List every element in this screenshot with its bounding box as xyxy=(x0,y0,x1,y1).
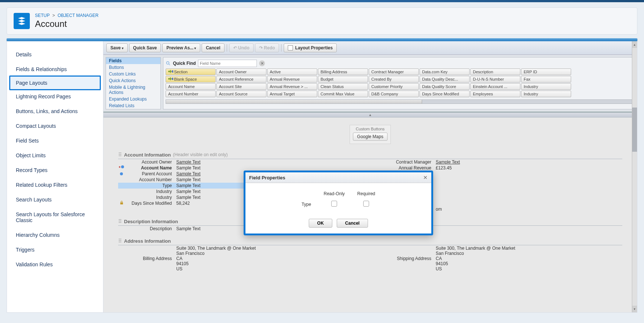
undo-button[interactable]: ↶ Undo xyxy=(229,43,254,52)
field-row-shipping-address[interactable]: Shipping AddressSuite 300, The Landmark … xyxy=(378,245,622,272)
palette-nav-fields[interactable]: Fields xyxy=(106,57,160,64)
field-value: Sample Text xyxy=(176,165,201,171)
scroll-down-icon[interactable]: ▾ xyxy=(632,306,637,312)
field-chip-account-source[interactable]: Account Source xyxy=(216,91,266,97)
scrollbar-thumb[interactable] xyxy=(166,100,422,103)
sidebar-item-buttons-links-and-actions[interactable]: Buttons, Links, and Actions xyxy=(7,104,103,119)
sidebar-item-fields-relationships[interactable]: Fields & Relationships xyxy=(7,62,103,77)
field-chip-erp-id[interactable]: ERP ID xyxy=(521,69,571,75)
field-row-account-owner[interactable]: Account OwnerSample Text xyxy=(118,159,363,165)
quick-save-button[interactable]: Quick Save xyxy=(129,43,161,52)
field-chip-active[interactable]: Active xyxy=(267,69,317,75)
sidebar-item-object-limits[interactable]: Object Limits xyxy=(7,148,103,163)
palette-nav-custom-links[interactable]: Custom Links xyxy=(106,71,160,77)
field-row-account-name[interactable]: *Account NameSample Text xyxy=(118,165,363,171)
field-row-annual-revenue[interactable]: Annual Revenue£123.45 xyxy=(378,165,622,171)
field-chip-blank-space[interactable]: Blank Space xyxy=(166,76,216,82)
field-label: Account Name xyxy=(125,165,176,171)
field-chip-annual-target[interactable]: Annual Target xyxy=(267,91,317,97)
field-chip-description[interactable]: Description xyxy=(470,69,520,75)
field-chip-billing-address[interactable]: Billing Address xyxy=(318,69,368,75)
drag-handle-icon[interactable]: ⠿ xyxy=(118,218,122,224)
palette-nav-quick-actions[interactable]: Quick Actions xyxy=(106,77,160,84)
field-chip-data-com-key[interactable]: Data.com Key xyxy=(420,69,470,75)
custom-button-google-maps[interactable]: Google Maps xyxy=(353,133,387,141)
scroll-up-icon[interactable]: ▴ xyxy=(632,41,637,48)
palette-horizontal-scrollbar[interactable] xyxy=(166,99,632,104)
sidebar-item-details[interactable]: Details xyxy=(7,47,103,62)
field-chip-d-b-company[interactable]: D&B Company xyxy=(369,91,419,97)
field-label: Contract Manager xyxy=(384,159,436,165)
field-chip-commit-max-value[interactable]: Commit Max Value xyxy=(318,91,368,97)
quick-find-clear-icon[interactable]: ✕ xyxy=(259,60,265,66)
drag-handle-icon[interactable]: ⠿ xyxy=(118,238,122,244)
palette-collapse-handle[interactable]: ▲ xyxy=(103,112,637,117)
sidebar-item-lightning-record-pages[interactable]: Lightning Record Pages xyxy=(7,89,103,104)
sidebar-item-validation-rules[interactable]: Validation Rules xyxy=(7,257,103,272)
section-title: Account Information xyxy=(124,152,171,158)
palette-nav-related-lists[interactable]: Related Lists xyxy=(106,102,160,109)
preview-as-button[interactable]: Preview As... xyxy=(162,43,200,52)
field-chip-industry[interactable]: Industry xyxy=(521,83,571,90)
palette-nav-buttons[interactable]: Buttons xyxy=(106,64,160,71)
field-label: Type xyxy=(125,183,176,188)
sidebar-item-search-layouts-for-salesforce-classic[interactable]: Search Layouts for Salesforce Classic xyxy=(7,207,103,228)
sidebar-item-page-layouts[interactable]: Page Layouts xyxy=(9,76,101,90)
field-label: Industry xyxy=(125,195,176,200)
field-chip-account-owner[interactable]: Account Owner xyxy=(216,69,266,75)
close-icon[interactable]: ✕ xyxy=(423,175,428,180)
field-label: Account Owner xyxy=(125,159,176,165)
field-chip-days-since-modified[interactable]: Days Since Modified xyxy=(420,91,470,97)
field-chip-account-number[interactable]: Account Number xyxy=(166,91,216,97)
save-button[interactable]: Save xyxy=(106,43,128,52)
field-chip-annual-revenue[interactable]: Annual Revenue xyxy=(267,76,317,82)
field-chip-created-by[interactable]: Created By xyxy=(369,76,419,82)
sidebar-item-related-lookup-filters[interactable]: Related Lookup Filters xyxy=(7,178,103,192)
field-row-contract-manager[interactable]: Contract ManagerSample Text xyxy=(378,159,622,165)
section-address-information: ⠿ Address Information Billing AddressSui… xyxy=(118,237,622,272)
scrollbar-thumb[interactable] xyxy=(632,108,637,152)
field-chip-contract-manager[interactable]: Contract Manager xyxy=(369,69,419,75)
layout-properties-button[interactable]: Layout Properties xyxy=(284,43,337,52)
palette-nav-expanded-lookups[interactable]: Expanded Lookups xyxy=(106,96,160,102)
field-chip-account-name[interactable]: Account Name xyxy=(166,83,216,90)
field-chip-employees[interactable]: Employees xyxy=(470,91,520,97)
redo-button[interactable]: ↷ Redo xyxy=(255,43,279,52)
field-chip-budget[interactable]: Budget xyxy=(318,76,368,82)
sidebar-item-hierarchy-columns[interactable]: Hierarchy Columns xyxy=(7,228,103,242)
vertical-scrollbar[interactable]: ▴ ▾ xyxy=(632,41,637,312)
controlling-field-icon xyxy=(120,172,123,175)
field-value: Sample Text xyxy=(176,226,201,231)
svg-rect-3 xyxy=(172,70,173,73)
sidebar-item-triggers[interactable]: Triggers xyxy=(7,242,103,257)
breadcrumb-setup[interactable]: SETUP xyxy=(35,13,50,18)
field-chip-industry[interactable]: Industry xyxy=(521,91,571,97)
breadcrumb-object-manager[interactable]: OBJECT MANAGER xyxy=(58,13,99,18)
sidebar-item-record-types[interactable]: Record Types xyxy=(7,163,103,178)
field-chip-account-reference[interactable]: Account Reference xyxy=(216,76,266,82)
field-chip-customer-priority[interactable]: Customer Priority xyxy=(369,83,419,90)
readonly-checkbox[interactable] xyxy=(331,201,337,207)
field-chip-einstein-account-[interactable]: Einstein Account ... xyxy=(470,83,520,90)
field-chip-section[interactable]: Section xyxy=(166,69,216,75)
cancel-button[interactable]: Cancel xyxy=(337,219,368,228)
required-checkbox[interactable] xyxy=(363,201,369,207)
palette-nav-mobile-lightning-actions[interactable]: Mobile & Lightning Actions xyxy=(106,84,160,96)
object-icon xyxy=(14,13,30,29)
sidebar-item-search-layouts[interactable]: Search Layouts xyxy=(7,192,103,207)
field-chip-account-site[interactable]: Account Site xyxy=(216,83,266,90)
field-chip-d-u-n-s-number[interactable]: D-U-N-S Number xyxy=(470,76,520,82)
field-chip-clean-status[interactable]: Clean Status xyxy=(318,83,368,90)
field-chip-fax[interactable]: Fax xyxy=(521,76,571,82)
ok-button[interactable]: OK xyxy=(309,219,332,228)
field-row-billing-address[interactable]: Billing AddressSuite 300, The Landmark @… xyxy=(118,245,363,272)
cancel-button[interactable]: Cancel xyxy=(202,43,224,52)
field-chip-data-quality-score[interactable]: Data Quality Score xyxy=(420,83,470,90)
sidebar-item-compact-layouts[interactable]: Compact Layouts xyxy=(7,119,103,133)
quick-find-input[interactable] xyxy=(198,60,257,67)
sidebar-item-field-sets[interactable]: Field Sets xyxy=(7,133,103,148)
field-chip-data-quality-desc-[interactable]: Data Quality Desc... xyxy=(420,76,470,82)
svg-rect-2 xyxy=(168,71,170,72)
drag-handle-icon[interactable]: ⠿ xyxy=(118,152,122,158)
field-chip-annual-revenue-[interactable]: Annual Revenue > ... xyxy=(267,83,317,90)
